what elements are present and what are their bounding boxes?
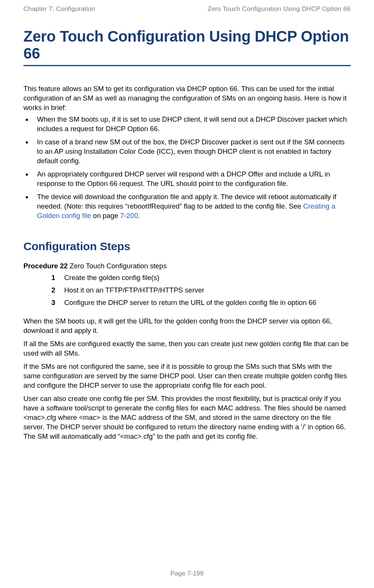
procedure-title: Zero Touch Configuration steps	[68, 262, 167, 270]
title-underline	[23, 65, 351, 66]
bullet-text: The device will download the configurati…	[37, 193, 337, 210]
procedure-heading: Procedure 22 Zero Touch Configuration st…	[23, 262, 351, 271]
intro-paragraph: This feature allows an SM to get its con…	[23, 84, 351, 113]
running-header: Chapter 7: Configuration Zero Touch Conf…	[23, 5, 351, 13]
page-title: Zero Touch Configuration Using DHCP Opti…	[23, 28, 351, 62]
section-heading: Configuration Steps	[23, 239, 351, 254]
bullet-item: In case of a brand new SM out of the box…	[32, 138, 351, 166]
step-number: 1	[51, 273, 64, 283]
header-section: Zero Touch Configuration Using DHCP Opti…	[207, 5, 351, 13]
procedure-steps: 1Create the golden config file(s) 2Host …	[51, 273, 351, 308]
bullet-item: When the SM boots up, if it is set to us…	[32, 115, 351, 134]
step-number: 3	[51, 298, 64, 308]
bullet-item: An appropriately configured DHCP server …	[32, 170, 351, 189]
step-item: 1Create the golden config file(s)	[51, 273, 351, 283]
body-paragraph: User can also create one config file per…	[23, 394, 351, 441]
bullet-text: on page	[91, 212, 120, 220]
page-footer: Page 7-199	[0, 570, 374, 577]
step-item: 3Configure the DHCP server to return the…	[51, 298, 351, 308]
bullet-item: The device will download the configurati…	[32, 192, 351, 221]
body-paragraph: If the SMs are not configured the same, …	[23, 362, 351, 390]
step-number: 2	[51, 286, 64, 295]
step-text: Configure the DHCP server to return the …	[64, 298, 316, 308]
step-text: Create the golden config file(s)	[64, 273, 159, 283]
page-reference-link[interactable]: 7-200	[120, 212, 138, 220]
step-text: Host it on an TFTP/FTP/HTTP/HTTPS server	[64, 286, 204, 295]
procedure-label: Procedure 22	[23, 262, 68, 270]
body-paragraph: When the SM boots up, it will get the UR…	[23, 317, 351, 336]
feature-bullet-list: When the SM boots up, if it is set to us…	[23, 115, 351, 221]
step-item: 2Host it on an TFTP/FTP/HTTP/HTTPS serve…	[51, 286, 351, 295]
bullet-text: .	[138, 212, 140, 220]
header-chapter: Chapter 7: Configuration	[23, 5, 95, 13]
body-paragraph: If all the SMs are configured exactly th…	[23, 339, 351, 358]
